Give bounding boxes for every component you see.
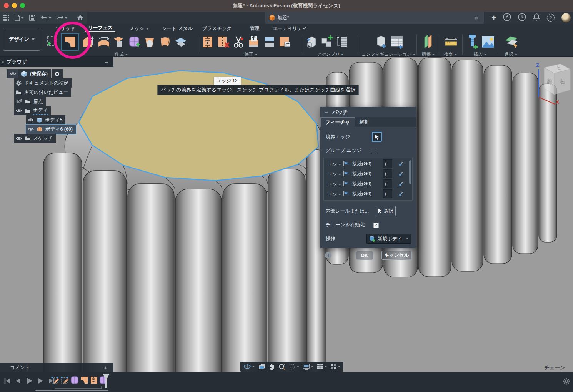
group-label-configuration[interactable]: コンフィギュレーション (361, 51, 415, 57)
sweep-icon[interactable] (112, 34, 125, 50)
weight-field[interactable]: ( (383, 169, 392, 178)
group-edges-checkbox[interactable] (372, 148, 377, 153)
inner-rail-select-button[interactable]: 選択 (376, 206, 396, 216)
step-forward-button[interactable] (38, 378, 43, 384)
home-icon[interactable] (77, 15, 83, 21)
user-avatar[interactable] (561, 13, 571, 22)
measure-icon[interactable] (444, 34, 457, 50)
tab-analysis[interactable]: 解析 (355, 117, 374, 127)
tree-row-document-settings[interactable]: ドキュメントの設定 (10, 78, 115, 88)
reverse-normal-icon[interactable] (278, 34, 291, 50)
viewports-button[interactable] (330, 364, 340, 370)
save-button[interactable] (29, 15, 35, 21)
tree-row-sketches[interactable]: スケッチ (10, 134, 115, 143)
edge-row[interactable]: エッ... 接続(G0) ( (324, 169, 412, 179)
zoom-button[interactable] (278, 364, 285, 370)
tree-row-origin[interactable]: 原点 (10, 97, 115, 106)
visibility-eye-icon[interactable] (16, 135, 22, 142)
undo-button[interactable] (41, 15, 52, 20)
joint-list-icon[interactable] (336, 34, 349, 50)
insert-derive-icon[interactable] (305, 34, 318, 50)
play-button[interactable] (26, 377, 33, 384)
flip-direction-icon[interactable] (398, 191, 404, 197)
tab-mesh[interactable]: メッシュ (127, 25, 152, 32)
visibility-eye-off-icon[interactable] (16, 98, 22, 105)
tree-row-body6[interactable]: ボディ6 (60) (26, 125, 115, 134)
visibility-eye-icon[interactable] (16, 107, 22, 114)
tab-plastic[interactable]: プラスチック (202, 25, 232, 32)
tab-feature[interactable]: フィーチャ (320, 117, 355, 127)
group-label-insert[interactable]: 挿入 (464, 51, 496, 57)
group-label-select[interactable]: 選択 (500, 51, 521, 57)
extensions-icon[interactable] (503, 13, 511, 23)
help-icon[interactable]: ? (547, 14, 555, 22)
continuity-dropdown[interactable]: 接続(G0) (352, 171, 381, 177)
edge-row[interactable]: エッ... 接続(G0) ( (324, 189, 412, 199)
go-to-start-button[interactable] (4, 378, 10, 384)
grid-snap-button[interactable] (317, 364, 327, 370)
insert-canvas-image-icon[interactable] (481, 34, 494, 50)
edge-row[interactable]: エッ... 接続(G0) ( (324, 179, 412, 189)
weight-field[interactable]: ( (383, 159, 392, 168)
apps-grid-icon[interactable] (3, 15, 9, 21)
tab-utilities[interactable]: ユーティリティ (272, 25, 308, 32)
visibility-eye-icon[interactable] (8, 69, 18, 78)
expand-chevron[interactable] (10, 100, 12, 103)
enable-chain-checkbox[interactable]: ✓ (373, 223, 379, 228)
tree-row-named-views[interactable]: 名前の付いたビュー (10, 88, 115, 97)
tab-surface[interactable]: サーフェス (85, 25, 115, 32)
history-clock-icon[interactable] (518, 13, 526, 23)
loft-icon[interactable] (143, 34, 156, 50)
stitch-icon[interactable] (201, 34, 214, 50)
view-cube[interactable]: 上 前 右 Z X (533, 61, 573, 106)
collapse-panel-icon[interactable]: « (2, 59, 3, 65)
look-at-button[interactable] (258, 364, 265, 370)
new-tab-button[interactable]: + (491, 13, 496, 22)
expand-chevron[interactable] (10, 81, 12, 85)
tab-manage[interactable]: 管理 (246, 25, 263, 32)
group-label-construct[interactable]: 構築 (419, 51, 437, 57)
tree-row-bodies[interactable]: ボディ (10, 106, 115, 115)
document-tab[interactable]: 無題* × (265, 12, 484, 24)
visibility-eye-icon[interactable] (28, 116, 34, 123)
construct-plane-icon[interactable] (421, 34, 435, 50)
add-comment-icon[interactable]: + (104, 364, 107, 371)
edge-row[interactable]: エッ... 接続(G0) ( (324, 159, 412, 169)
boundary-select-button[interactable] (372, 132, 382, 142)
timeline-sketch-icon[interactable] (51, 376, 60, 384)
configure-icon[interactable] (374, 34, 387, 50)
merge-icon[interactable] (263, 34, 276, 50)
group-label-modify[interactable]: 修正 (201, 51, 300, 57)
expand-chevron[interactable] (2, 73, 5, 75)
patch-curved-icon[interactable] (158, 34, 172, 50)
flip-direction-icon[interactable] (398, 171, 404, 177)
new-component-icon[interactable] (320, 34, 333, 50)
revolve-icon[interactable] (97, 34, 110, 50)
insert-mcmaster-icon[interactable] (466, 34, 479, 50)
cancel-button[interactable]: キャンセル (381, 251, 412, 260)
weight-field[interactable]: ( (383, 189, 392, 198)
fit-button[interactable] (289, 364, 299, 370)
timeline-patch-icon[interactable] (80, 376, 88, 384)
flip-direction-icon[interactable] (398, 161, 404, 167)
timeline-position-marker[interactable] (102, 374, 110, 388)
tree-row-body5[interactable]: ボディ5 (26, 115, 115, 125)
continuity-dropdown[interactable]: 接続(G0) (352, 161, 381, 167)
activate-document-radio[interactable] (52, 69, 63, 78)
dialog-minimize-icon[interactable]: − (325, 109, 328, 115)
weight-field[interactable]: ( (383, 179, 392, 188)
offset-icon[interactable] (174, 34, 187, 50)
minimize-window-button[interactable] (12, 3, 17, 8)
expand-chevron[interactable] (10, 137, 12, 140)
display-settings-button[interactable] (303, 364, 313, 370)
tab-sheet-metal[interactable]: シート メタル (160, 25, 195, 32)
continuity-dropdown[interactable]: 接続(G0) (352, 191, 381, 197)
operation-dropdown[interactable]: 新規ボディ (366, 234, 411, 244)
group-label-inspect[interactable]: 検査 (441, 51, 460, 57)
select-tool-icon[interactable] (504, 34, 517, 50)
group-label-assembly[interactable]: アセンブリ (305, 51, 356, 57)
timeline-settings-gear-icon[interactable] (563, 378, 570, 385)
unstitch-icon[interactable] (217, 34, 230, 50)
new-file-button[interactable] (15, 15, 24, 21)
scrollbar-thumb[interactable] (409, 160, 411, 184)
